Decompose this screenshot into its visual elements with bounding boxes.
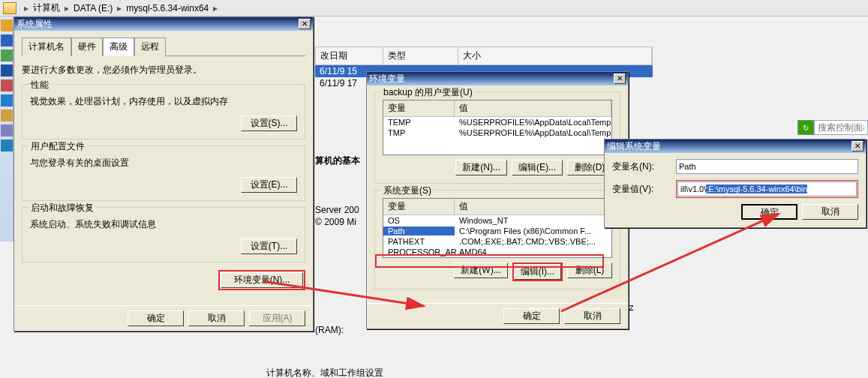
refresh-icon[interactable]: ↻: [797, 120, 814, 135]
folder-icon: [3, 2, 17, 14]
edit-system-variable-dialog: 编辑系统变量 ✕ 变量名(N): Path 变量值(V): ill\v1.0\;…: [604, 139, 866, 228]
group-startup-recovery: 启动和故障恢复 系统启动、系统失败和调试信息 设置(T)...: [22, 207, 305, 262]
group-desc: 系统启动、系统失败和调试信息: [30, 218, 297, 231]
user-new-button[interactable]: 新建(N)...: [455, 160, 507, 176]
tab-strip: 计算机名 硬件 高级 远程: [22, 37, 305, 56]
ok-button[interactable]: 确定: [741, 204, 797, 220]
cancel-button[interactable]: 取消: [188, 310, 245, 326]
col-hdr-val[interactable]: 值: [455, 199, 611, 214]
list-row[interactable]: PATHEXT.COM;.EXE;.BAT;.CMD;.VBS;.VBE;...: [383, 236, 611, 247]
cancel-button[interactable]: 取消: [802, 204, 858, 220]
var-name-label: 变量名(N):: [612, 160, 668, 173]
close-icon[interactable]: ✕: [614, 74, 626, 84]
bg-line: © 2009 Mi: [315, 217, 360, 227]
var-value-label: 变量值(V):: [612, 183, 668, 196]
ql-icon[interactable]: [1, 20, 13, 32]
dialog-title: 系统属性: [17, 18, 53, 31]
close-icon[interactable]: ✕: [299, 19, 311, 29]
group-legend: 性能: [29, 79, 51, 92]
path-row-highlight: [375, 254, 604, 268]
bg-title: 算机的基本: [315, 154, 360, 167]
environment-variables-button[interactable]: 环境变量(N)...: [221, 272, 303, 288]
cancel-button[interactable]: 取消: [564, 308, 620, 324]
group-desc: 视觉效果，处理器计划，内存使用，以及虚拟内存: [30, 95, 297, 108]
group-legend: backup 的用户变量(U): [381, 86, 475, 99]
var-name-input[interactable]: Path: [676, 159, 858, 174]
quick-launch-bar: [0, 16, 14, 242]
list-row[interactable]: TEMP%USERPROFILE%\AppData\Local\Temp: [383, 117, 611, 128]
group-desc: 与您登录有关的桌面设置: [30, 157, 297, 170]
user-vars-group: backup 的用户变量(U) 变量 值 TEMP%USERPROFILE%\A…: [374, 92, 620, 184]
titlebar[interactable]: 环境变量 ✕: [367, 72, 628, 86]
titlebar[interactable]: 系统属性 ✕: [14, 17, 313, 31]
breadcrumb: ▸ 计算机 ▸ DATA (E:) ▸ mysql-5.6.34-winx64 …: [0, 0, 868, 16]
tab-advanced[interactable]: 高级: [103, 38, 134, 56]
col-hdr-type[interactable]: 类型: [383, 47, 458, 64]
breadcrumb-sep: ▸: [213, 3, 218, 14]
group-legend: 启动和故障恢复: [29, 202, 96, 214]
admin-note: 要进行大多数更改，您必须作为管理员登录。: [22, 64, 305, 76]
dialog-title: 环境变量: [369, 73, 405, 86]
var-value-input[interactable]: ill\v1.0\;E:\mysql-5.6.34-winx64\bin: [677, 182, 857, 196]
close-icon[interactable]: ✕: [851, 141, 863, 152]
group-user-profiles: 用户配置文件 与您登录有关的桌面设置 设置(E)...: [22, 146, 305, 201]
environment-variables-dialog: 环境变量 ✕ backup 的用户变量(U) 变量 值 TEMP%USERPRO…: [366, 71, 629, 329]
list-row[interactable]: TMP%USERPROFILE%\AppData\Local\Temp: [383, 128, 611, 138]
user-edit-button[interactable]: 编辑(E)...: [512, 160, 563, 176]
var-value-highlight: ill\v1.0\;E:\mysql-5.6.34-winx64\bin: [676, 180, 858, 198]
tab-computer-name[interactable]: 计算机名: [22, 38, 71, 56]
ql-icon[interactable]: [1, 94, 13, 106]
ql-icon[interactable]: [1, 140, 13, 152]
footer-label: 计算机名称、域和工作组设置: [266, 367, 383, 378]
col-hdr-var[interactable]: 变量: [383, 199, 455, 214]
settings-startup-button[interactable]: 设置(T)...: [241, 238, 297, 254]
list-row[interactable]: OSWindows_NT: [383, 215, 611, 226]
system-vars-group: 系统变量(S) 变量 值 OSWindows_NT PathC:\Program…: [374, 190, 620, 290]
ql-icon[interactable]: [1, 124, 13, 136]
settings-perf-button[interactable]: 设置(S)...: [241, 116, 297, 131]
breadcrumb-part[interactable]: mysql-5.6.34-winx64: [126, 3, 209, 14]
breadcrumb-part[interactable]: DATA (E:): [74, 3, 113, 14]
env-button-highlight: 环境变量(N)...: [218, 270, 305, 290]
ql-icon[interactable]: [1, 110, 13, 122]
ql-icon[interactable]: [1, 64, 13, 76]
col-hdr-date[interactable]: 改日期: [316, 47, 383, 64]
ok-button[interactable]: 确定: [128, 310, 184, 326]
breadcrumb-sep: ▸: [24, 3, 29, 14]
breadcrumb-part[interactable]: 计算机: [33, 2, 60, 14]
user-vars-list[interactable]: 变量 值 TEMP%USERPROFILE%\AppData\Local\Tem…: [383, 100, 612, 155]
search-area: ↻: [797, 118, 868, 136]
system-properties-dialog: 系统属性 ✕ 计算机名 硬件 高级 远程 要进行大多数更改，您必须作为管理员登录…: [14, 16, 314, 332]
col-hdr-val[interactable]: 值: [455, 100, 611, 116]
system-vars-list[interactable]: 变量 值 OSWindows_NT PathC:\Program Files (…: [383, 198, 612, 258]
tab-hardware[interactable]: 硬件: [71, 38, 103, 56]
bg-line: Server 200: [315, 205, 360, 215]
col-hdr-size[interactable]: 大小: [458, 47, 652, 64]
group-performance: 性能 视觉效果，处理器计划，内存使用，以及虚拟内存 设置(S)...: [22, 84, 305, 140]
ql-icon[interactable]: [1, 50, 13, 62]
apply-button[interactable]: 应用(A): [249, 310, 305, 326]
bg-line: (RAM):: [315, 325, 360, 335]
dialog-title: 编辑系统变量: [607, 140, 661, 153]
search-input[interactable]: [814, 120, 868, 135]
group-legend: 系统变量(S): [381, 184, 434, 197]
group-legend: 用户配置文件: [29, 140, 87, 153]
breadcrumb-sep: ▸: [117, 3, 122, 14]
col-hdr-var[interactable]: 变量: [383, 100, 455, 116]
tab-remote[interactable]: 远程: [134, 38, 166, 56]
bg-info: 算机的基本 Server 200 © 2009 Mi (RAM):: [315, 154, 360, 337]
ok-button[interactable]: 确定: [503, 308, 560, 324]
settings-profiles-button[interactable]: 设置(E)...: [241, 177, 297, 193]
titlebar[interactable]: 编辑系统变量 ✕: [605, 140, 866, 153]
breadcrumb-sep: ▸: [65, 3, 69, 14]
ql-icon[interactable]: [1, 80, 13, 92]
ql-icon[interactable]: [1, 34, 13, 46]
list-row-path[interactable]: PathC:\Program Files (x86)\Common F...: [383, 226, 611, 236]
